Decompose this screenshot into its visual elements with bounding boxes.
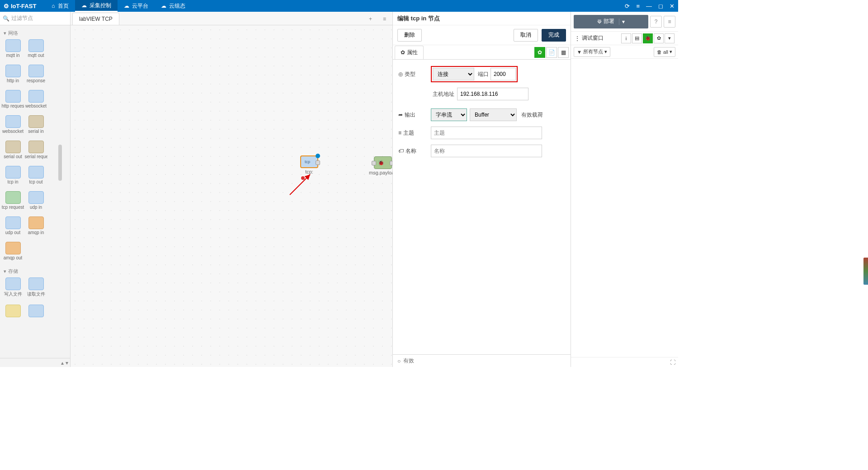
flow-tabs: labVIEW TCP + ≡ — [71, 12, 392, 25]
highlight-type-port: 连接 端口 — [431, 66, 518, 82]
node-label: tcp: — [305, 169, 313, 174]
debug-icon: 🐞 — [378, 160, 384, 166]
palette-node[interactable]: websocket — [3, 115, 23, 138]
deploy-button[interactable]: ⟱ 部署 ▾ — [574, 15, 648, 28]
name-input[interactable] — [431, 145, 542, 157]
palette-node[interactable]: udp out — [3, 216, 23, 239]
palette-footer: ▴ ▾ — [0, 358, 70, 367]
palette-scrollbar[interactable] — [58, 145, 62, 181]
arrow-right-icon: ➦ — [398, 112, 403, 118]
menu-button[interactable]: ≡ — [664, 16, 675, 28]
output-port[interactable] — [316, 160, 320, 165]
cloud-icon: ☁ — [124, 3, 129, 9]
host-input[interactable] — [457, 88, 528, 100]
delete-button[interactable]: 删除 — [397, 29, 422, 42]
node-tcp-in[interactable]: tcp tcp: — [300, 155, 318, 174]
search-placeholder: 过滤节点 — [11, 14, 33, 22]
palette-node[interactable]: websocket — [26, 90, 46, 113]
status-dot — [301, 176, 305, 180]
palette-node[interactable]: amqp in — [26, 216, 46, 239]
node-palette: 🔍 过滤节点 ▾网络 mqtt inmqtt outhttp inrespons… — [0, 12, 71, 367]
minimize-icon[interactable]: — — [646, 3, 652, 9]
node-debug[interactable]: 🐞 msg.payload — [369, 156, 392, 175]
input-port[interactable] — [372, 161, 376, 165]
palette-node[interactable]: response — [26, 65, 46, 87]
home-icon: ⌂ — [52, 3, 55, 9]
palette-node[interactable]: serial in — [26, 115, 46, 138]
nav-collect[interactable]: ☁采集控制 — [75, 0, 118, 12]
palette-node[interactable]: http reques — [3, 90, 23, 113]
palette-node[interactable] — [26, 305, 46, 327]
filter-nodes-button[interactable]: ▼所有节点▾ — [574, 47, 610, 57]
chevron-down-icon[interactable]: ▾ — [665, 33, 675, 43]
expand-icon[interactable]: ⛶ — [670, 359, 675, 366]
tab-labview[interactable]: labVIEW TCP — [72, 13, 119, 25]
window-controls: ⟳ ≡ — ◻ ✕ — [625, 3, 675, 9]
appearance-icon[interactable]: ▦ — [558, 47, 569, 58]
palette-node[interactable]: mqtt out — [26, 39, 46, 62]
circle-icon: ○ — [397, 358, 401, 364]
menu-icon[interactable]: ≡ — [636, 3, 640, 9]
palette-node[interactable]: amqp out — [3, 242, 23, 264]
debug-title: 调试窗口 — [582, 34, 604, 42]
maximize-icon[interactable]: ◻ — [658, 3, 663, 9]
debug-icon[interactable]: 🐞 — [643, 33, 653, 43]
palette-node[interactable]: 读取文件 — [26, 277, 46, 300]
port-input[interactable] — [491, 68, 516, 80]
gear-icon: ✿ — [401, 49, 405, 56]
cancel-button[interactable]: 取消 — [514, 29, 538, 42]
app-logo: ⚙ IoT-FAST — [4, 3, 36, 9]
chevron-down-icon: ▾ — [670, 49, 672, 55]
palette-node[interactable]: udp in — [26, 191, 46, 214]
palette-node[interactable] — [3, 305, 23, 327]
changed-indicator — [316, 154, 320, 158]
tab-menu-button[interactable]: ≡ — [378, 13, 391, 25]
logo-icon: ⚙ — [4, 3, 9, 9]
config-icon: ☁ — [161, 3, 166, 9]
refresh-icon[interactable]: ⟳ — [625, 3, 630, 9]
category-network[interactable]: ▾网络 — [2, 27, 68, 38]
close-icon[interactable]: ✕ — [670, 3, 675, 9]
output-type-select[interactable]: Buffer — [470, 108, 517, 121]
palette-node[interactable]: 写入文件 — [3, 277, 23, 300]
flow-canvas[interactable]: tcp tcp: 🐞 msg.payload — [71, 25, 392, 367]
palette-node[interactable]: mqtt in — [3, 39, 23, 62]
output-stream-select[interactable]: 字串流 — [431, 108, 467, 121]
desc-icon[interactable]: 📄 — [546, 47, 557, 58]
palette-node[interactable]: serial out — [3, 141, 23, 163]
top-nav: ⌂首页 ☁采集控制 ☁云平台 ☁云组态 — [45, 0, 191, 12]
palette-node[interactable]: http in — [3, 65, 23, 87]
palette-search[interactable]: 🔍 过滤节点 — [0, 12, 70, 25]
nav-config[interactable]: ☁云组态 — [155, 0, 192, 12]
type-select[interactable]: 连接 — [433, 68, 474, 80]
collect-icon: ☁ — [81, 2, 87, 9]
expand-icon[interactable]: ▾ — [66, 360, 68, 366]
output-port[interactable] — [390, 161, 392, 165]
host-label: 主机地址 — [433, 90, 454, 98]
chevron-down-icon: ▾ — [604, 49, 607, 55]
edit-title: 编辑 tcp in 节点 — [393, 12, 571, 25]
tab-add-button[interactable]: + — [364, 13, 377, 25]
palette-node[interactable]: tcp out — [26, 166, 46, 188]
info-icon[interactable]: i — [621, 33, 631, 43]
svg-line-0 — [290, 174, 310, 195]
topic-input[interactable] — [431, 127, 542, 139]
category-storage[interactable]: ▾存储 — [2, 265, 68, 277]
nav-cloud[interactable]: ☁云平台 — [118, 0, 155, 12]
gear-icon[interactable]: ✿ — [654, 33, 664, 43]
palette-node[interactable]: tcp request — [3, 191, 23, 214]
palette-node[interactable]: serial reque — [26, 141, 46, 163]
help-button[interactable]: ? — [650, 16, 662, 28]
list-icon: ≡ — [398, 130, 401, 136]
env-icon[interactable]: ✿ — [534, 47, 545, 58]
done-button[interactable]: 完成 — [542, 29, 566, 42]
node-label: msg.payload — [369, 170, 392, 175]
tab-properties[interactable]: ✿属性 — [395, 46, 424, 59]
book-icon[interactable]: ▤ — [632, 33, 642, 43]
trash-icon: 🗑 — [657, 49, 662, 55]
nav-home[interactable]: ⌂首页 — [45, 0, 75, 12]
clear-button[interactable]: 🗑all▾ — [654, 47, 675, 57]
titlebar: ⚙ IoT-FAST ⌂首页 ☁采集控制 ☁云平台 ☁云组态 ⟳ ≡ — ◻ ✕ — [0, 0, 678, 12]
collapse-icon[interactable]: ▴ — [61, 360, 64, 366]
palette-node[interactable]: tcp in — [3, 166, 23, 188]
